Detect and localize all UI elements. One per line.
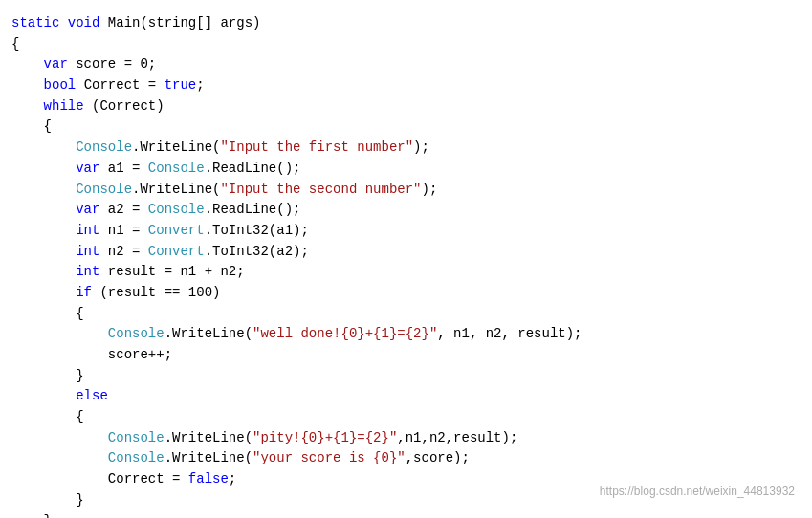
token-plain: .ReadLine(); [205, 202, 301, 217]
token-str: "Input the second number" [220, 182, 421, 197]
token-type: Console [108, 430, 165, 445]
code-line: score++; [11, 345, 801, 366]
token-plain: .ToInt32(a1); [205, 223, 309, 238]
token-kw: void [68, 15, 108, 31]
token-kw: while [44, 98, 84, 114]
token-plain: ,score); [406, 450, 470, 465]
watermark: https://blog.csdn.net/weixin_44813932 [600, 483, 795, 501]
token-plain: Correct = [84, 77, 165, 93]
token-kw: bool [44, 77, 84, 93]
token-plain: .WriteLine( [165, 326, 252, 341]
code-line: var a1 = Console.ReadLine(); [11, 159, 801, 180]
code-line: Console.WriteLine("pity!{0}+{1}={2}",n1,… [11, 428, 801, 449]
code-line: Console.WriteLine("well done!{0}+{1}={2}… [11, 324, 801, 345]
code-line: var a2 = Console.ReadLine(); [11, 200, 801, 221]
token-plain: .WriteLine( [165, 430, 252, 445]
code-line: { [11, 407, 801, 428]
code-line: Console.WriteLine("Input the second numb… [11, 180, 801, 201]
token-plain: .WriteLine( [132, 140, 220, 155]
token-str: "pity!{0}+{1}={2}" [252, 430, 397, 445]
token-plain: { [11, 36, 19, 52]
token-plain: .WriteLine( [132, 182, 220, 197]
token-type: Console [76, 140, 132, 155]
token-plain: score++; [108, 347, 172, 362]
token-type: Convert [148, 223, 205, 238]
token-plain: n2 = [108, 244, 148, 259]
token-plain: n1 = [108, 223, 148, 238]
code-line: else [11, 386, 801, 407]
token-plain: .ReadLine(); [205, 161, 301, 176]
token-type: Console [148, 202, 205, 217]
code-line: { [11, 304, 801, 325]
token-plain: } [76, 492, 83, 507]
token-type: Console [108, 326, 165, 341]
code-line: int n1 = Convert.ToInt32(a1); [11, 221, 801, 242]
token-plain: .WriteLine( [165, 450, 252, 465]
token-plain: { [76, 306, 83, 321]
token-plain: (result == 100) [92, 285, 220, 300]
token-plain: , n1, n2, result); [437, 326, 582, 341]
token-kw: var [44, 56, 77, 72]
token-kw: var [76, 202, 108, 217]
token-kw: var [76, 161, 108, 176]
token-kw: static [11, 15, 68, 31]
token-plain: Main(string[] args) [108, 15, 261, 31]
code-line: Console.WriteLine("Input the first numbe… [11, 138, 801, 159]
token-plain: a1 = [108, 161, 148, 176]
token-kw: int [76, 244, 108, 259]
token-kw: int [76, 264, 108, 279]
token-plain: } [76, 368, 83, 383]
code-line: static void Main(string[] args) [11, 13, 801, 34]
code-viewer: static void Main(string[] args){ var sco… [0, 8, 812, 518]
code-line: { [11, 117, 801, 138]
token-kw: int [76, 223, 108, 238]
token-plain: { [76, 409, 83, 424]
token-plain: .ToInt32(a2); [205, 244, 309, 259]
code-line: var score = 0; [11, 54, 801, 76]
token-plain: score = 0; [76, 56, 156, 72]
token-plain: ); [422, 182, 438, 197]
token-plain: (Correct) [84, 98, 165, 114]
token-str: "Input the first number" [220, 140, 413, 155]
token-plain: ); [413, 140, 429, 155]
token-kw: true [165, 77, 197, 93]
token-str: "well done!{0}+{1}={2}" [252, 326, 437, 341]
token-plain: { [44, 119, 52, 134]
token-plain: Correct = [108, 471, 188, 486]
code-line: bool Correct = true; [11, 76, 801, 97]
token-plain: a2 = [108, 202, 148, 217]
code-line: while (Correct) [11, 97, 801, 118]
token-plain: ; [196, 77, 204, 93]
code-line: Console.WriteLine("your score is {0}",sc… [11, 448, 801, 469]
token-type: Console [76, 182, 132, 197]
token-plain: } [44, 513, 52, 519]
token-kw: else [76, 388, 108, 403]
token-plain: ,n1,n2,result); [397, 430, 517, 445]
token-str: "your score is {0}" [252, 450, 406, 465]
token-type: Console [148, 161, 205, 176]
code-line: } [11, 511, 801, 519]
code-line: int n2 = Convert.ToInt32(a2); [11, 242, 801, 263]
token-plain: result = n1 + n2; [108, 264, 245, 279]
token-type: Convert [148, 244, 205, 259]
token-plain: ; [229, 471, 236, 486]
code-line: if (result == 100) [11, 283, 801, 304]
code-line: { [11, 34, 801, 55]
token-kw: false [188, 471, 229, 486]
token-type: Console [108, 450, 165, 465]
token-kw: if [76, 285, 92, 300]
code-line: } [11, 366, 801, 387]
code-line: int result = n1 + n2; [11, 262, 801, 283]
